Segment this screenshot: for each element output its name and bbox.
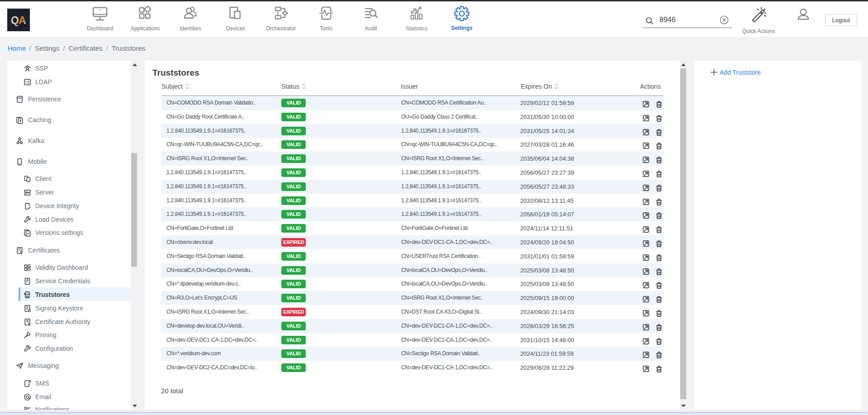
svg-text:A: A [19,14,26,26]
svg-text:Q: Q [11,14,19,26]
